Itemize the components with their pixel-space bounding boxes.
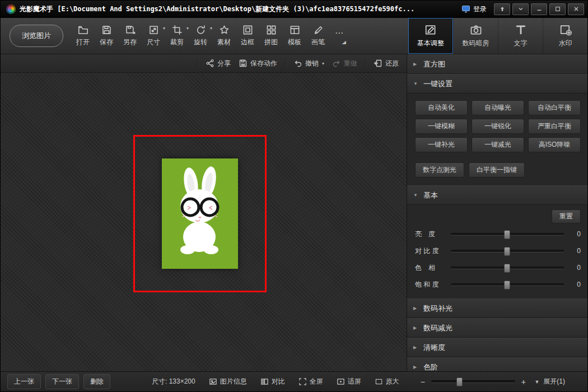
brightness-slider[interactable] — [451, 233, 564, 236]
save-action-button[interactable]: 保存动作 — [239, 59, 277, 68]
whitebalance-one-touch-button[interactable]: 白平衡一指键 — [469, 162, 525, 178]
section-digital-fill-light[interactable]: ▶ 数码补光 — [407, 298, 587, 318]
section-title: 一键设置 — [423, 79, 452, 89]
resize-button[interactable]: ▾ 尺寸 — [142, 20, 165, 52]
section-onekey[interactable]: ▼ 一键设置 — [407, 74, 587, 94]
collage-button[interactable]: 拼图 — [259, 20, 283, 52]
undo-icon — [293, 59, 302, 68]
hue-slider-row: 色 相 0 — [415, 259, 581, 276]
share-icon — [206, 59, 214, 68]
high-iso-denoise-button[interactable]: 高ISO降噪 — [528, 137, 581, 152]
section-clarity[interactable]: ▶ 清晰度 — [407, 338, 587, 357]
undo-button[interactable]: 撤销 ▾ — [293, 59, 324, 68]
contrast-slider[interactable] — [451, 250, 564, 253]
onekey-sharpen-button[interactable]: 一键锐化 — [472, 119, 524, 134]
undo-dropdown-caret[interactable]: ▾ — [322, 61, 324, 66]
status-bar: 上一张 下一张 删除 尺寸: 133×200 图片信息 对比 全屏 适屏 原大 … — [1, 371, 587, 391]
fullscreen-icon — [298, 377, 307, 386]
resize-icon — [148, 25, 159, 35]
close-button[interactable] — [568, 3, 584, 15]
slider-thumb[interactable] — [504, 281, 510, 290]
onekey-grid: 自动美化 自动曝光 自动白平衡 一键模糊 一键锐化 严重白平衡 一键补光 一键减… — [407, 94, 587, 155]
crop-icon — [172, 25, 183, 35]
auto-whitebalance-button[interactable]: 自动白平衡 — [528, 100, 581, 115]
maximize-button[interactable] — [549, 3, 566, 15]
section-basic[interactable]: ▼ 基本 — [407, 185, 587, 205]
restore-icon — [374, 59, 382, 68]
auto-exposure-button[interactable]: 自动曝光 — [472, 100, 524, 115]
slider-thumb[interactable] — [504, 230, 510, 239]
restore-button[interactable]: 还原 — [374, 59, 399, 68]
image-info-button[interactable]: 图片信息 — [209, 377, 247, 386]
material-button[interactable]: 素材 — [212, 20, 236, 52]
contrast-value: 0 — [570, 247, 581, 255]
auto-beautify-button[interactable]: 自动美化 — [415, 100, 468, 115]
compare-button[interactable]: 对比 — [260, 377, 285, 386]
severe-whitebalance-button[interactable]: 严重白平衡 — [528, 119, 581, 134]
more-tools-button[interactable]: ⋯ ◢ — [330, 20, 349, 52]
browse-images-button[interactable]: 浏览图片 — [10, 25, 63, 47]
brush-button[interactable]: 画笔 — [306, 20, 330, 52]
minimize-button[interactable] — [531, 3, 547, 15]
fit-screen-button[interactable]: 适屏 — [337, 377, 361, 386]
crop-button[interactable]: ▾ 裁剪 — [165, 20, 189, 52]
onekey-blur-button[interactable]: 一键模糊 — [415, 119, 468, 134]
save-button[interactable]: 保存 — [95, 20, 118, 52]
zoom-out-button[interactable]: − — [419, 377, 426, 386]
previous-image-button[interactable]: 上一张 — [7, 374, 41, 389]
next-image-button[interactable]: 下一张 — [45, 374, 79, 389]
slider-thumb[interactable] — [504, 264, 510, 273]
fullscreen-label: 全屏 — [310, 377, 323, 386]
redo-button[interactable]: 重做 — [332, 59, 357, 68]
onekey-body: 自动美化 自动曝光 自动白平衡 一键模糊 一键锐化 严重白平衡 一键补光 一键减… — [407, 94, 587, 185]
selection-rectangle[interactable] — [133, 135, 267, 292]
reset-button[interactable]: 重置 — [552, 209, 581, 223]
save-as-button[interactable]: 另存 — [118, 20, 142, 52]
tool-label: 边框 — [241, 38, 254, 47]
original-size-icon — [375, 377, 383, 386]
rotate-button[interactable]: ▾ 旋转 — [189, 20, 212, 52]
original-size-button[interactable]: 原大 — [375, 377, 399, 386]
section-histogram[interactable]: ▶ 直方图 — [407, 54, 587, 74]
tab-digital-darkroom[interactable]: 数码暗房 — [453, 18, 498, 54]
share-button[interactable]: 分享 — [206, 59, 231, 68]
compare-icon — [260, 377, 269, 386]
tab-watermark[interactable]: 水印 — [543, 18, 587, 54]
collapse-arrow-icon: ▶ — [413, 365, 418, 370]
image-canvas[interactable] — [1, 73, 407, 371]
basic-adjust-icon — [424, 24, 437, 36]
tab-text[interactable]: 文字 — [498, 18, 543, 54]
maximize-icon — [554, 6, 561, 12]
skin-button[interactable] — [494, 3, 510, 15]
save-as-icon — [125, 25, 136, 35]
expand-button[interactable]: ▼ 展开(1) — [534, 377, 581, 386]
hue-label: 色 相 — [415, 263, 450, 273]
section-levels[interactable]: ▶ 色阶 — [407, 357, 587, 371]
delete-image-button[interactable]: 删除 — [83, 374, 110, 389]
tab-label: 水印 — [559, 39, 572, 48]
onekey-dim-light-button[interactable]: 一键减光 — [472, 137, 524, 152]
digital-spot-metering-button[interactable]: 数字点测光 — [415, 162, 464, 178]
saturation-slider[interactable] — [451, 283, 564, 286]
original-size-label: 原大 — [386, 377, 399, 386]
undo-label: 撤销 — [305, 59, 319, 68]
template-button[interactable]: 模板 — [283, 20, 306, 52]
menu-button[interactable] — [512, 3, 529, 15]
zoom-slider[interactable] — [431, 380, 515, 383]
zoom-thumb[interactable] — [456, 377, 463, 386]
tool-label: 旋转 — [194, 38, 207, 47]
section-digital-dim-light[interactable]: ▶ 数码减光 — [407, 318, 587, 338]
hue-slider[interactable] — [451, 267, 564, 269]
border-button[interactable]: 边框 — [236, 20, 259, 52]
zoom-control: − + — [419, 377, 527, 386]
fullscreen-button[interactable]: 全屏 — [298, 377, 323, 386]
slider-thumb[interactable] — [504, 247, 510, 256]
tab-basic-adjust[interactable]: 基本调整 — [408, 18, 453, 54]
zoom-in-button[interactable]: + — [520, 377, 527, 386]
hue-value: 0 — [570, 264, 581, 272]
open-button[interactable]: 打开 — [71, 20, 95, 52]
onekey-fill-light-button[interactable]: 一键补光 — [415, 137, 468, 152]
login-button[interactable]: 登录 — [456, 3, 492, 15]
more-triangle-icon: ◢ — [342, 40, 346, 45]
action-bar: 分享 保存动作 撤销 ▾ 重做 — [1, 54, 407, 73]
